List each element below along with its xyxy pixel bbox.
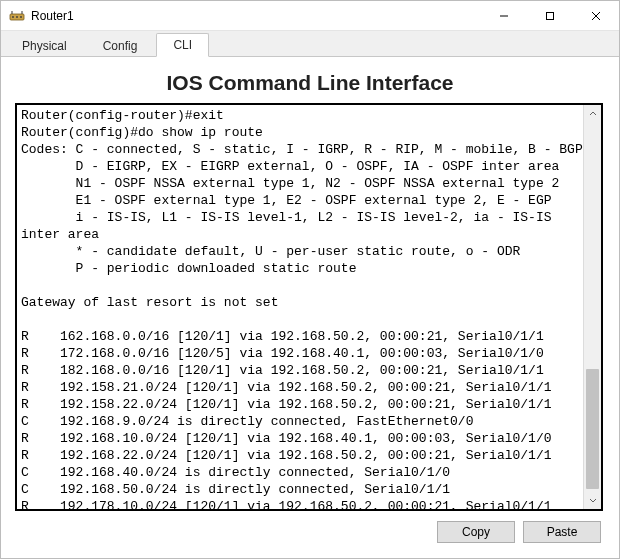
tabstrip: Physical Config CLI xyxy=(1,31,619,57)
terminal-frame: Router(config-router)#exit Router(config… xyxy=(15,103,603,511)
scroll-thumb[interactable] xyxy=(586,369,599,489)
copy-button[interactable]: Copy xyxy=(437,521,515,543)
scroll-up-button[interactable] xyxy=(584,105,601,123)
button-row: Copy Paste xyxy=(15,521,605,543)
maximize-button[interactable] xyxy=(527,1,573,31)
svg-point-3 xyxy=(20,16,22,18)
scrollbar[interactable] xyxy=(583,105,601,509)
svg-rect-4 xyxy=(547,12,554,19)
minimize-button[interactable] xyxy=(481,1,527,31)
scroll-down-button[interactable] xyxy=(584,491,601,509)
scroll-track[interactable] xyxy=(584,123,601,491)
svg-point-1 xyxy=(12,16,14,18)
tab-cli[interactable]: CLI xyxy=(156,33,209,57)
titlebar: Router1 xyxy=(1,1,619,31)
svg-point-2 xyxy=(16,16,18,18)
tab-physical[interactable]: Physical xyxy=(5,34,84,57)
window-title: Router1 xyxy=(31,9,74,23)
close-button[interactable] xyxy=(573,1,619,31)
paste-button[interactable]: Paste xyxy=(523,521,601,543)
app-icon xyxy=(9,8,25,24)
tab-content: IOS Command Line Interface Router(config… xyxy=(1,57,619,553)
terminal-output[interactable]: Router(config-router)#exit Router(config… xyxy=(17,105,583,509)
cli-heading: IOS Command Line Interface xyxy=(15,71,605,95)
tab-config[interactable]: Config xyxy=(86,34,155,57)
